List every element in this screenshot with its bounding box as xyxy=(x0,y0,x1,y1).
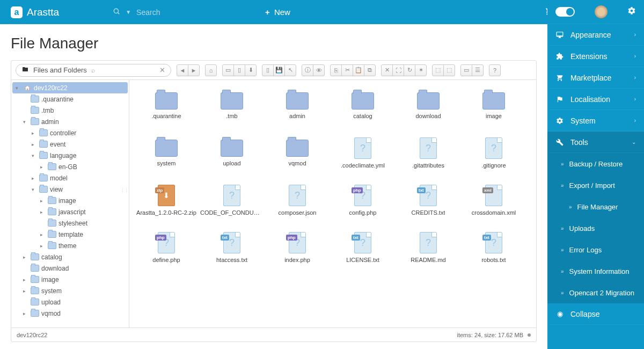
submenu-system-information[interactable]: »System Information xyxy=(547,260,644,282)
menu-marketplace[interactable]: Marketplace› xyxy=(547,67,644,89)
crop-button[interactable]: ✶ xyxy=(415,64,427,76)
tree-item[interactable]: ▾language xyxy=(11,150,129,161)
tree-item[interactable]: ▸image xyxy=(11,274,129,285)
tree-item[interactable]: upload xyxy=(11,296,129,308)
tree-toggle-icon[interactable]: ▸ xyxy=(32,130,37,136)
file-item[interactable]: ?CODE_OF_CONDUCT.md xyxy=(199,183,265,226)
file-item[interactable]: ?.gitattributes xyxy=(396,135,461,178)
file-item[interactable]: upload xyxy=(199,135,265,178)
tree-item[interactable]: ▸controller xyxy=(11,127,129,139)
duplicate-button[interactable]: ⧉ xyxy=(364,64,376,76)
tree-item[interactable]: ▸javascript xyxy=(11,206,129,217)
file-item[interactable]: ?README.md xyxy=(396,230,461,273)
file-item[interactable]: zip⬇Arastta_1.2.0-RC-2.zip xyxy=(134,183,199,226)
tree-root[interactable]: ▾ dev120rc22 xyxy=(12,82,128,93)
tree-toggle-icon[interactable]: ▾ xyxy=(23,119,28,125)
new-button[interactable]: + New xyxy=(265,8,290,17)
tree-item[interactable]: ▸template xyxy=(11,229,129,240)
tree-item[interactable]: .tmb xyxy=(11,105,129,116)
paste-button[interactable]: 📋 xyxy=(353,64,364,76)
delete-button[interactable]: ✕ xyxy=(381,64,393,76)
preview-button[interactable]: 👁 xyxy=(313,64,325,76)
archive-button[interactable]: ⬚ xyxy=(432,64,444,76)
tree-toggle-icon[interactable]: ▸ xyxy=(40,243,46,249)
file-item[interactable]: system xyxy=(134,135,199,178)
brand-logo[interactable]: a Arastta xyxy=(0,6,70,18)
resize-button[interactable]: ⛶ xyxy=(392,64,404,76)
nav-back-button[interactable]: ◄ xyxy=(177,64,188,76)
file-item[interactable]: image xyxy=(461,88,526,131)
copy-button[interactable]: ⎘ xyxy=(330,64,342,76)
tree-item[interactable]: ▸event xyxy=(11,139,129,150)
tree-toggle-icon[interactable]: ▸ xyxy=(23,288,28,294)
file-item[interactable]: txt?htaccess.txt xyxy=(199,230,265,273)
home-button[interactable]: ⌂ xyxy=(205,64,217,76)
submenu-backup-restore[interactable]: »Backup / Restore xyxy=(547,153,644,174)
tree-item[interactable]: download xyxy=(11,263,129,274)
open-button[interactable]: ▯ xyxy=(262,64,274,76)
submenu-export-import[interactable]: »Export / Import xyxy=(547,174,644,196)
tree-toggle-icon[interactable]: ▾ xyxy=(32,153,37,158)
gear-icon[interactable] xyxy=(627,6,636,17)
tree-toggle-icon[interactable]: ▾ xyxy=(32,187,37,192)
file-item[interactable]: .tmb xyxy=(199,88,265,131)
file-item[interactable]: download xyxy=(396,88,461,131)
tree-drag-handle[interactable]: ⋮⋮ xyxy=(120,187,128,193)
file-item[interactable]: xmlcrossdomain.xml xyxy=(461,183,526,226)
submenu-uploads[interactable]: »Uploads xyxy=(547,217,644,239)
menu-tools[interactable]: Tools ⌄ xyxy=(547,132,644,153)
file-item[interactable]: ?.codeclimate.yml xyxy=(330,135,396,178)
file-item[interactable]: txt?LICENSE.txt xyxy=(330,230,396,273)
extract-button[interactable]: ⬚ xyxy=(443,64,455,76)
file-item[interactable]: php?index.php xyxy=(265,230,330,273)
tree-toggle-icon[interactable]: ▸ xyxy=(32,142,37,147)
tree-toggle-icon[interactable]: ▸ xyxy=(40,209,46,215)
tree-toggle-icon[interactable]: ▸ xyxy=(23,255,28,260)
file-item[interactable]: txt?robots.txt xyxy=(461,230,526,273)
menu-system[interactable]: System› xyxy=(547,110,644,132)
file-item[interactable]: catalog xyxy=(330,88,396,131)
file-item[interactable]: vqmod xyxy=(265,135,330,178)
menu-localisation[interactable]: Localisation› xyxy=(547,89,644,110)
sort-button[interactable]: ☰ xyxy=(472,64,484,76)
tree-item[interactable]: ▸vqmod xyxy=(11,308,129,319)
menu-collapse[interactable]: ◉ Collapse xyxy=(547,303,644,325)
file-item[interactable]: php?define.php xyxy=(134,230,199,273)
tree-toggle-icon[interactable]: ▸ xyxy=(23,277,28,282)
submenu-error-logs[interactable]: »Error Logs xyxy=(547,239,644,260)
menu-extensions[interactable]: Extensions› xyxy=(547,46,644,67)
new-file-button[interactable]: ▯ xyxy=(233,64,245,76)
file-item[interactable]: php?config.php xyxy=(330,183,396,226)
tree-item[interactable]: ▸en-GB xyxy=(11,161,129,172)
select-button[interactable]: ↖ xyxy=(284,64,296,76)
view-button[interactable]: ▭ xyxy=(460,64,472,76)
new-folder-button[interactable]: ▭ xyxy=(222,64,234,76)
cut-button[interactable]: ✂ xyxy=(341,64,353,76)
tree-item[interactable]: ▸model xyxy=(11,172,129,184)
submenu-opencart-migration[interactable]: »Opencart 2 Migration xyxy=(547,282,644,303)
tree-toggle-icon[interactable]: ▸ xyxy=(32,176,37,181)
tree-toggle-icon[interactable]: ▸ xyxy=(40,164,46,170)
file-item[interactable]: ?composer.json xyxy=(265,183,330,226)
tree-item[interactable]: stylesheet xyxy=(11,217,129,229)
tree-item[interactable]: ▾admin xyxy=(11,116,129,127)
download-button[interactable]: 💾 xyxy=(273,64,285,76)
tree-item[interactable]: ▸system xyxy=(11,285,129,296)
nav-forward-button[interactable]: ► xyxy=(188,64,200,76)
help-button[interactable]: ? xyxy=(489,64,501,76)
tree-item[interactable]: .quarantine xyxy=(11,93,129,105)
tree-item[interactable]: ▾view xyxy=(11,184,129,195)
tree-item[interactable]: ▸image xyxy=(11,195,129,206)
search-caret-icon[interactable]: ▼ xyxy=(126,9,131,15)
menu-appearance[interactable]: Appearance› xyxy=(547,24,644,46)
search-icon[interactable] xyxy=(113,8,120,17)
file-item[interactable]: ?.gitignore xyxy=(461,135,526,178)
avatar[interactable] xyxy=(595,5,608,18)
tree-item[interactable]: ▸catalog xyxy=(11,251,129,263)
info-button[interactable]: ⓘ xyxy=(302,64,313,76)
upload-button[interactable]: ⬇ xyxy=(245,64,257,76)
tree-toggle-icon[interactable]: ▸ xyxy=(23,311,28,316)
tree-toggle-icon[interactable]: ▸ xyxy=(40,198,46,203)
file-item[interactable]: .quarantine xyxy=(134,88,199,131)
mode-toggle[interactable] xyxy=(555,7,575,17)
